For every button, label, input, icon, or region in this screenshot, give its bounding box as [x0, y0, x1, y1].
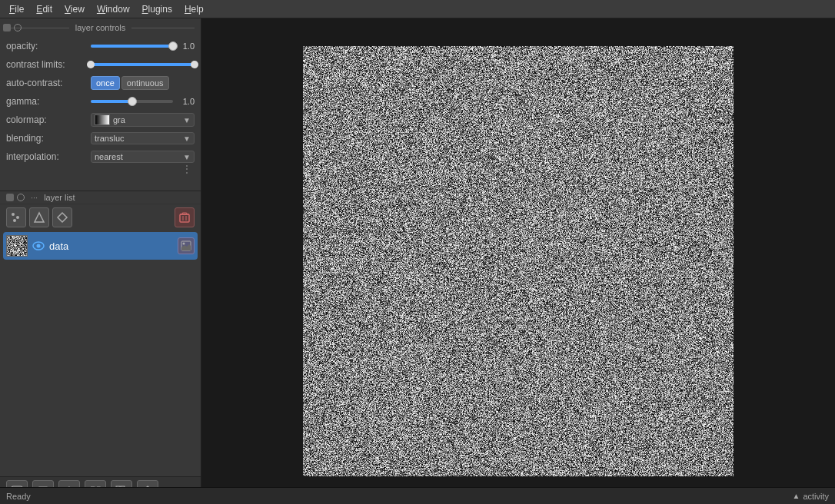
- colormap-name-text: gra: [113, 115, 180, 124]
- blending-value-text: transluc: [95, 134, 125, 143]
- layer-list-icon1[interactable]: [6, 194, 14, 201]
- activity-label: activity: [803, 492, 829, 501]
- layer-list-header: ··· layer list: [0, 191, 201, 204]
- main-canvas[interactable]: [303, 46, 734, 476]
- eye-icon: [32, 240, 45, 252]
- blending-chevron-icon: ▼: [183, 134, 191, 143]
- layer-visibility-toggle[interactable]: [31, 238, 46, 254]
- interpolation-value-text: nearest: [95, 152, 123, 161]
- left-panel: layer controls opacity: 1.0: [0, 18, 201, 504]
- svg-rect-4: [180, 214, 189, 222]
- add-labels-button[interactable]: [52, 207, 72, 227]
- gamma-label: gamma:: [6, 96, 91, 107]
- interpolation-row: interpolation: nearest ▼: [0, 148, 201, 166]
- layer-controls-icon2[interactable]: [14, 24, 22, 32]
- layer-list-section: ··· layer list: [0, 191, 201, 476]
- layer-item-data[interactable]: data: [3, 232, 198, 260]
- interpolation-chevron-icon: ▼: [183, 153, 191, 161]
- opacity-slider-fill: [91, 45, 173, 48]
- colormap-row: colormap: gra ▼: [0, 111, 201, 129]
- gamma-row: gamma: 1.0: [0, 92, 201, 111]
- contrast-slider-fill: [91, 63, 195, 66]
- opacity-slider-track[interactable]: [91, 45, 173, 48]
- contrast-thumb-right[interactable]: [191, 61, 198, 68]
- points-icon: [10, 211, 22, 224]
- blending-label: blending:: [6, 133, 91, 144]
- delete-layer-button[interactable]: [175, 207, 195, 227]
- colormap-chevron-icon: ▼: [183, 116, 191, 124]
- colormap-value: gra ▼: [91, 113, 195, 127]
- auto-contrast-once-button[interactable]: once: [91, 76, 120, 90]
- contrast-thumb-left[interactable]: [87, 61, 95, 68]
- svg-point-10: [37, 244, 41, 248]
- layer-controls-icon1[interactable]: [3, 24, 11, 32]
- colormap-swatch: [95, 114, 110, 125]
- status-text: Ready: [6, 492, 31, 501]
- gamma-slider-thumb[interactable]: [128, 97, 137, 106]
- image-icon: [181, 240, 191, 251]
- add-points-button[interactable]: [6, 207, 26, 227]
- auto-contrast-continuous-button[interactable]: ontinuous: [121, 76, 169, 90]
- controls-extra-space: ⋮: [0, 166, 201, 184]
- gamma-value-text: 1.0: [176, 97, 195, 106]
- thumbnail-canvas: [7, 236, 28, 257]
- three-dots-menu-button[interactable]: ⋮: [179, 161, 195, 177]
- svg-rect-6: [182, 213, 187, 214]
- layer-thumbnail: [6, 235, 28, 257]
- layer-type-icon: [178, 237, 195, 254]
- layer-controls-header: layer controls: [0, 22, 201, 34]
- opacity-slider-thumb[interactable]: [168, 41, 178, 51]
- statusbar: Ready ▲ activity: [0, 487, 835, 504]
- auto-contrast-label: auto-contrast:: [6, 78, 91, 88]
- contrast-slider-track[interactable]: [91, 63, 195, 66]
- svg-marker-3: [35, 213, 44, 222]
- svg-point-1: [16, 216, 19, 219]
- opacity-label: opacity:: [6, 41, 91, 51]
- colormap-dropdown[interactable]: gra ▼: [91, 113, 195, 127]
- contrast-limits-row: contrast limits:: [0, 55, 201, 74]
- menubar: File Edit View Window Plugins Help: [0, 0, 835, 18]
- interpolation-label: interpolation:: [6, 151, 91, 162]
- canvas-area[interactable]: [201, 18, 835, 504]
- status-right: ▲ activity: [792, 492, 829, 501]
- menu-edit[interactable]: Edit: [30, 2, 58, 16]
- shapes-icon: [33, 211, 45, 224]
- auto-contrast-buttons: once ontinuous: [91, 76, 169, 90]
- menu-file[interactable]: File: [3, 2, 30, 16]
- layer-controls-title: layer controls: [69, 23, 131, 32]
- auto-contrast-row: auto-contrast: once ontinuous: [0, 74, 201, 92]
- colormap-label: colormap:: [6, 114, 91, 125]
- header-line-right: [131, 28, 195, 28]
- add-shapes-button[interactable]: [29, 207, 49, 227]
- blending-row: blending: transluc ▼: [0, 129, 201, 148]
- blending-value: transluc ▼: [91, 132, 195, 144]
- gamma-slider-track[interactable]: [91, 100, 173, 103]
- blending-dropdown[interactable]: transluc ▼: [91, 132, 195, 144]
- contrast-limits-value: [91, 63, 195, 66]
- svg-point-0: [12, 213, 15, 216]
- svg-point-2: [13, 219, 16, 222]
- layer-controls-section: layer controls opacity: 1.0: [0, 18, 201, 191]
- auto-contrast-value: once ontinuous: [91, 76, 195, 90]
- gamma-value: 1.0: [91, 97, 195, 106]
- menu-plugins[interactable]: Plugins: [136, 2, 178, 16]
- opacity-value: 1.0: [91, 41, 195, 51]
- trash-icon: [179, 212, 190, 223]
- menu-window[interactable]: Window: [91, 2, 136, 16]
- layer-list-title: layer list: [44, 193, 75, 202]
- opacity-row: opacity: 1.0: [0, 37, 201, 55]
- layer-toolbar: [0, 204, 201, 230]
- opacity-value-text: 1.0: [176, 41, 195, 51]
- activity-chevron-icon: ▲: [792, 492, 800, 500]
- menu-view[interactable]: View: [58, 2, 91, 16]
- layer-list-icon2[interactable]: [17, 194, 25, 201]
- labels-icon: [56, 211, 68, 224]
- layer-name-text: data: [49, 240, 178, 252]
- main-layout: layer controls opacity: 1.0: [0, 18, 835, 504]
- gamma-slider-fill: [91, 100, 132, 103]
- contrast-limits-label: contrast limits:: [6, 59, 91, 70]
- menu-help[interactable]: Help: [178, 2, 210, 16]
- svg-point-12: [183, 243, 185, 245]
- layer-controls-body: opacity: 1.0 contrast limits:: [0, 37, 201, 187]
